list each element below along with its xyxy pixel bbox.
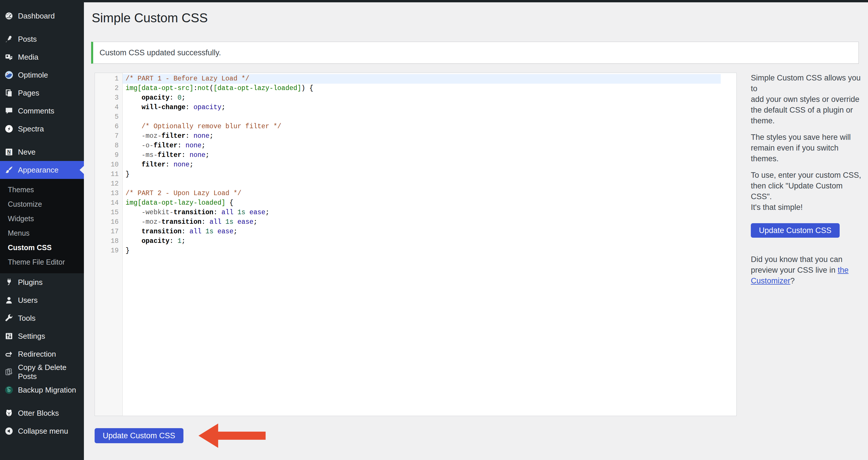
sidebar-item-copy-delete-posts[interactable]: Copy & Delete Posts — [0, 363, 84, 381]
notice-message: Custom CSS updated successfully. — [99, 48, 221, 57]
sidebar-item-settings[interactable]: Settings — [0, 327, 84, 345]
sidebar-item-otter-blocks[interactable]: Otter Blocks — [0, 404, 84, 422]
code-line: } — [123, 170, 736, 179]
submenu-item-theme-file-editor[interactable]: Theme File Editor — [0, 255, 84, 269]
sidebar-item-users[interactable]: Users — [0, 291, 84, 309]
columns: 12345678910111213141516171819 /* PART 1 … — [95, 73, 868, 448]
sidebar-item-backup-migration[interactable]: bBackup Migration — [0, 381, 84, 399]
sidebar-item-label: Pages — [18, 89, 39, 97]
sidebar-item-label: Redirection — [18, 350, 56, 359]
code-line: img[data-opt-src]:not([data-opt-lazy-loa… — [123, 84, 736, 93]
otter-blocks-logo — [5, 409, 13, 418]
menu-separator — [0, 399, 84, 404]
sidebar-item-label: Users — [18, 296, 38, 305]
users-icon — [5, 296, 13, 305]
line-number: 3 — [95, 93, 119, 103]
sidebar-item-label: Dashboard — [18, 11, 55, 21]
line-number-gutter: 12345678910111213141516171819 — [95, 73, 123, 416]
sidebar-item-label: Otter Blocks — [18, 409, 59, 418]
css-code-editor[interactable]: 12345678910111213141516171819 /* PART 1 … — [95, 73, 737, 416]
comments-icon — [5, 107, 13, 115]
submenu-item-customize[interactable]: Customize — [0, 197, 84, 211]
code-line: /* PART 1 - Before Lazy Load */ — [123, 74, 721, 84]
submenu-item-custom-css[interactable]: Custom CSS — [0, 240, 84, 255]
update-custom-css-side-button[interactable]: Update Custom CSS — [751, 223, 840, 238]
code-line: /* PART 2 - Upon Lazy Load */ — [123, 189, 736, 198]
submenu-item-themes[interactable]: Themes — [0, 182, 84, 197]
line-number: 12 — [95, 179, 119, 189]
help-column: Simple Custom CSS allows you to add your… — [751, 73, 865, 292]
update-custom-css-button[interactable]: Update Custom CSS — [95, 428, 183, 443]
sidebar-item-label: Appearance — [18, 166, 58, 175]
line-number: 15 — [95, 208, 119, 218]
sidebar-item-posts[interactable]: Posts — [0, 30, 84, 48]
appearance-icon — [5, 166, 13, 174]
line-number: 8 — [95, 141, 119, 150]
code-area[interactable]: /* PART 1 - Before Lazy Load */img[data-… — [123, 73, 736, 416]
admin-sidebar: DashboardPostsMediaOptimolePagesComments… — [0, 0, 84, 460]
sidebar-item-label: Tools — [18, 314, 36, 323]
sidebar-item-label: Plugins — [18, 278, 42, 287]
sidebar-item-neve[interactable]: NNeve — [0, 143, 84, 161]
main-column: 12345678910111213141516171819 /* PART 1 … — [95, 73, 737, 448]
help-paragraphs: Simple Custom CSS allows you to add your… — [751, 73, 865, 213]
sidebar-item-label: Posts — [18, 35, 37, 44]
top-strip — [0, 0, 868, 2]
line-number: 17 — [95, 227, 119, 236]
code-line: -webkit-transition: all 1s ease; — [123, 208, 736, 218]
page-content: Simple Custom CSS Custom CSS updated suc… — [84, 2, 868, 460]
submenu-item-widgets[interactable]: Widgets — [0, 211, 84, 226]
success-notice: Custom CSS updated successfully. — [91, 42, 859, 64]
settings-icon — [5, 332, 13, 340]
line-number: 19 — [95, 246, 119, 256]
code-line: will-change: opacity; — [123, 103, 736, 112]
code-line: -o-filter: none; — [123, 141, 736, 150]
sidebar-item-collapse-menu[interactable]: Collapse menu — [0, 422, 84, 440]
code-line: -ms-filter: none; — [123, 150, 736, 160]
sidebar-item-comments[interactable]: Comments — [0, 102, 84, 120]
line-number: 16 — [95, 218, 119, 227]
sidebar-item-label: Media — [18, 53, 38, 62]
line-number: 11 — [95, 170, 119, 179]
code-line: -moz-transition: all 1s ease; — [123, 218, 736, 227]
submenu-item-menus[interactable]: Menus — [0, 226, 84, 240]
page-title: Simple Custom CSS — [92, 10, 868, 26]
redirection-icon — [5, 350, 13, 358]
sidebar-item-label: Backup Migration — [18, 385, 76, 395]
sidebar-item-redirection[interactable]: Redirection — [0, 345, 84, 363]
did-you-know-paragraph: Did you know that you can preview your C… — [751, 254, 865, 286]
line-number: 1 — [95, 74, 119, 84]
appearance-submenu: ThemesCustomizeWidgetsMenusCustom CSSThe… — [0, 179, 84, 273]
sidebar-item-tools[interactable]: Tools — [0, 309, 84, 327]
tools-icon — [5, 314, 13, 322]
line-number: 14 — [95, 198, 119, 208]
code-line: img[data-opt-lazy-loaded] { — [123, 198, 736, 208]
sidebar-item-spectra[interactable]: Spectra — [0, 120, 84, 138]
customizer-link[interactable]: the Customizer — [751, 266, 848, 285]
media-icon — [5, 53, 13, 61]
sidebar-item-label: Settings — [18, 332, 45, 341]
sidebar-item-label: Neve — [18, 148, 36, 156]
sidebar-item-label: Spectra — [18, 124, 44, 134]
code-line: opacity: 1; — [123, 236, 736, 246]
sidebar-item-label: Optimole — [18, 70, 48, 80]
sidebar-item-appearance[interactable]: Appearance — [0, 161, 84, 179]
code-line — [123, 179, 736, 189]
sidebar-item-dashboard[interactable]: Dashboard — [0, 7, 84, 25]
code-line: filter: none; — [123, 160, 736, 170]
line-number: 18 — [95, 236, 119, 246]
sidebar-item-label: Collapse menu — [18, 427, 68, 436]
sidebar-item-label: Comments — [18, 107, 54, 116]
sidebar-item-optimole[interactable]: Optimole — [0, 66, 84, 84]
neve-logo: N — [5, 148, 13, 156]
code-line: } — [123, 246, 736, 256]
plugins-icon — [5, 278, 13, 287]
copy-delete-icon — [5, 368, 13, 376]
help-paragraph: The styles you save here will remain eve… — [751, 132, 865, 164]
sidebar-item-pages[interactable]: Pages — [0, 84, 84, 102]
line-number: 13 — [95, 189, 119, 198]
help-paragraph: Simple Custom CSS allows you to add your… — [751, 73, 865, 126]
sidebar-item-plugins[interactable]: Plugins — [0, 273, 84, 291]
sidebar-item-media[interactable]: Media — [0, 48, 84, 66]
optimole-logo — [5, 70, 13, 79]
